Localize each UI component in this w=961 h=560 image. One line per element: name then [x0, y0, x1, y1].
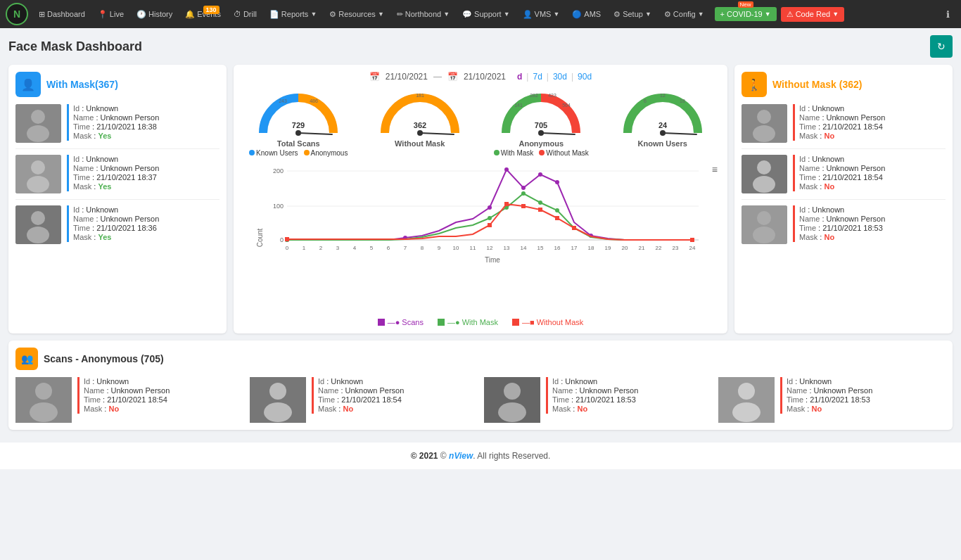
live-icon: 📍 — [98, 10, 108, 19]
period-7d[interactable]: 7d — [533, 72, 542, 82]
svg-point-5 — [27, 176, 49, 193]
nav-item-setup[interactable]: ⚙ Setup ▼ — [609, 7, 656, 22]
nav-item-resources[interactable]: ⚙ Resources ▼ — [324, 7, 389, 22]
nav-item-support[interactable]: 💬 Support ▼ — [457, 7, 514, 22]
anon-thumb-2 — [250, 377, 306, 423]
svg-rect-90 — [488, 223, 492, 227]
svg-text:243: 243 — [279, 98, 287, 103]
gauge-total-scans-title: Total Scans — [241, 139, 357, 148]
svg-text:24: 24 — [696, 136, 702, 136]
nav-info-icon[interactable]: ℹ — [941, 6, 955, 23]
nav-item-code-red[interactable]: ⚠ Code Red ▼ — [781, 7, 844, 22]
footer: © 2021 © nView. All rights Reserved. — [0, 443, 961, 469]
svg-text:18: 18 — [680, 98, 685, 103]
svg-point-76 — [504, 167, 509, 172]
svg-text:20: 20 — [622, 245, 628, 251]
svg-point-116 — [738, 383, 755, 400]
svg-point-114 — [498, 402, 526, 422]
period-30d[interactable]: 30d — [553, 72, 567, 82]
nav-covid-label: COVID-19 — [727, 10, 763, 18]
nav-item-config[interactable]: ⚙ Config ▼ — [659, 7, 709, 22]
svg-text:18: 18 — [588, 245, 594, 251]
svg-text:7: 7 — [404, 245, 407, 251]
page-title: Face Mask Dashboard — [8, 39, 142, 54]
resources-icon: ⚙ — [329, 10, 336, 19]
without-mask-thumb-3 — [742, 205, 787, 244]
without-mask-scan-2: Id : Unknown Name : Unknown Person Time … — [742, 155, 946, 200]
navbar: N ⊞ Dashboard 📍 Live 🕐 History 🔔 Events … — [0, 0, 961, 28]
svg-point-101 — [757, 160, 771, 174]
anon-icon-box: 👥 — [15, 348, 38, 370]
nav-item-ams[interactable]: 🔵 AMS — [567, 7, 606, 22]
nav-item-live[interactable]: 📍 Live — [93, 7, 129, 22]
svg-point-2 — [27, 125, 49, 142]
anon-header: 👥 Scans - Anonymous (705) — [15, 348, 946, 370]
svg-text:8: 8 — [421, 245, 424, 251]
svg-point-108 — [30, 402, 58, 422]
vms-dropdown-icon: ▼ — [553, 11, 559, 18]
svg-text:2: 2 — [319, 245, 323, 251]
nav-logo[interactable]: N — [6, 3, 28, 25]
gauge-without-mask: 362 0 181 362 Without Mask — [362, 87, 478, 157]
legend-with-mask-icon — [438, 319, 445, 326]
code-red-icon: ⚠ — [787, 10, 794, 19]
nav-item-dashboard[interactable]: ⊞ Dashboard — [34, 7, 90, 22]
with-mask-info-2: Id : Unknown Name : Unknown Person Time … — [67, 155, 219, 191]
svg-text:10: 10 — [453, 245, 459, 251]
calendar-start-icon: 📅 — [369, 72, 380, 82]
svg-point-83 — [488, 216, 492, 220]
nav-item-reports[interactable]: 📄 Reports ▼ — [265, 7, 322, 22]
svg-point-98 — [757, 110, 771, 124]
anon-icon: 👥 — [21, 353, 33, 364]
svg-text:423: 423 — [548, 93, 556, 98]
svg-point-17 — [417, 130, 423, 136]
svg-text:200: 200 — [273, 167, 284, 174]
svg-line-16 — [420, 133, 454, 134]
nav-item-covid[interactable]: New + COVID-19 ▼ — [715, 7, 777, 21]
svg-point-102 — [753, 176, 775, 193]
svg-text:0: 0 — [382, 136, 385, 136]
svg-point-113 — [504, 383, 521, 400]
legend-scans-icon — [378, 319, 385, 326]
history-icon: 🕐 — [136, 10, 146, 19]
svg-text:22: 22 — [656, 245, 662, 251]
svg-text:4: 4 — [353, 245, 357, 251]
period-d[interactable]: d — [517, 72, 522, 82]
without-mask-card-title: Without Mask (362) — [772, 79, 862, 90]
anon-info-1: Id : Unknown Name : Unknown Person Time … — [77, 377, 243, 414]
svg-text:19: 19 — [605, 245, 611, 251]
refresh-button[interactable]: ↻ — [930, 35, 953, 58]
dashboard-icon: ⊞ — [39, 10, 45, 19]
svg-text:17: 17 — [571, 245, 578, 251]
without-mask-card-header: 🚶 Without Mask (362) — [742, 72, 946, 97]
svg-text:0: 0 — [503, 136, 506, 136]
nav-vms-label: VMS — [535, 10, 552, 18]
gauge-anonymous: 705 0 141 282 423 564 705 Anonymous With… — [483, 87, 599, 157]
svg-text:12: 12 — [660, 93, 666, 98]
chart-legend: —● Scans —● With Mask —■ Without Mask — [241, 318, 720, 326]
gauge-total-scans-legend: Known Users Anonymous — [241, 149, 357, 157]
chart-menu-icon[interactable]: ≡ — [712, 164, 718, 175]
svg-rect-92 — [521, 204, 526, 208]
nav-item-drill[interactable]: ⏱ Drill — [229, 7, 262, 21]
date-end: 21/10/2021 — [464, 72, 506, 82]
nav-item-vms[interactable]: 👤 VMS ▼ — [518, 7, 565, 22]
anon-item-3: Id : Unknown Name : Unknown Person Time … — [484, 377, 711, 423]
period-90d[interactable]: 90d — [578, 72, 592, 82]
svg-point-110 — [269, 383, 286, 400]
gauge-anonymous-legend: With Mask Without Mask — [483, 149, 599, 157]
svg-point-23 — [538, 130, 544, 136]
svg-text:11: 11 — [470, 245, 476, 251]
config-dropdown-icon: ▼ — [698, 11, 704, 18]
anon-info-3: Id : Unknown Name : Unknown Person Time … — [546, 377, 711, 414]
nav-northbond-label: Northbond — [405, 10, 441, 18]
svg-point-1 — [31, 110, 45, 124]
svg-text:24: 24 — [658, 121, 668, 129]
anon-thumb-1 — [15, 377, 72, 423]
nav-item-history[interactable]: 🕐 History — [132, 7, 177, 22]
line-chart: Count 200 100 0 0 1 2 3 4 5 — [241, 164, 720, 312]
svg-text:6: 6 — [644, 98, 647, 103]
gauge-total-scans: 729 0 243 486 729 Total Scans Known User… — [241, 87, 357, 157]
footer-brand: nView — [449, 451, 473, 461]
nav-item-northbond[interactable]: ✏ Northbond ▼ — [392, 7, 454, 22]
